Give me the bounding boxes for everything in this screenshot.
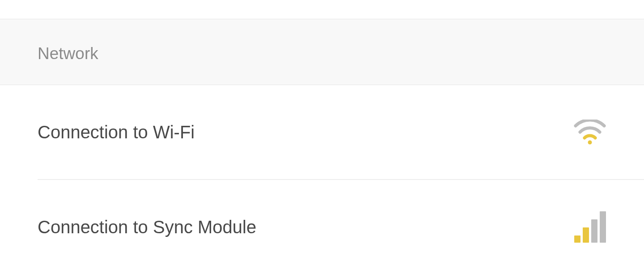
signal-bar-4 <box>600 211 606 243</box>
section-header-network: Network <box>0 19 644 85</box>
signal-bar-3 <box>591 219 597 243</box>
sync-module-label: Connection to Sync Module <box>38 217 256 237</box>
signal-bar-1 <box>574 235 580 243</box>
list-item-wifi[interactable]: Connection to Wi-Fi <box>0 85 644 179</box>
signal-bars-icon <box>573 210 606 244</box>
wifi-label: Connection to Wi-Fi <box>38 122 195 142</box>
signal-bar-2 <box>583 227 589 243</box>
top-spacer <box>0 0 644 19</box>
svg-point-0 <box>588 141 592 145</box>
list-item-sync-module[interactable]: Connection to Sync Module <box>0 180 644 274</box>
section-title: Network <box>38 44 644 63</box>
wifi-icon <box>573 116 606 149</box>
